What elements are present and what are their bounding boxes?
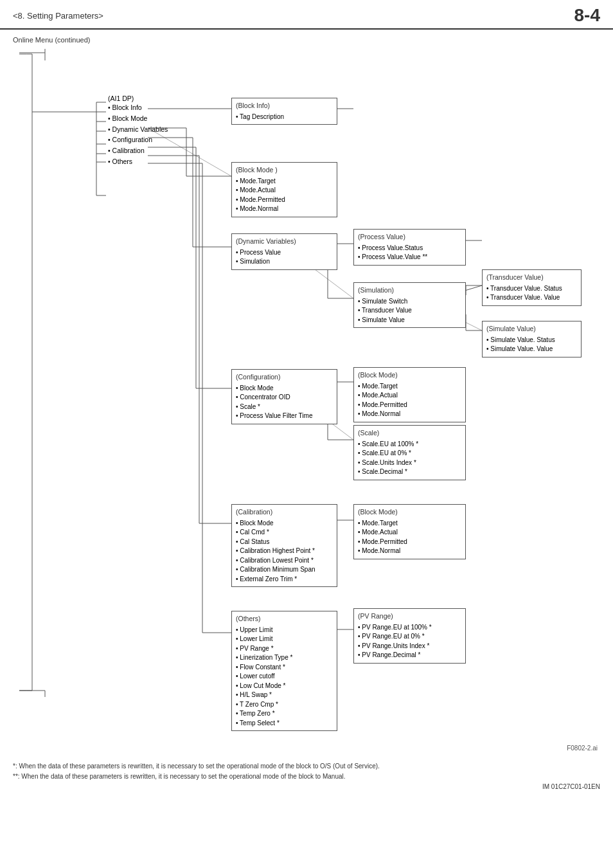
simulate-value-box: (Simulate Value) • Simulate Value. Statu…: [482, 321, 582, 357]
pv-range-title: (PV Range): [358, 611, 461, 622]
simulate-value-item-0: • Simulate Value. Status: [486, 336, 577, 345]
configuration-item-0: • Block Mode: [236, 384, 333, 393]
scale-item-1: • Scale.EU at 0% *: [358, 449, 461, 458]
footnote-1-marker: **:: [13, 773, 20, 780]
simulation-item-0: • Simulate Switch: [358, 297, 461, 307]
others-item-9: • Temp Zero *: [236, 709, 333, 719]
cal-block-mode-item-3: • Mode.Normal: [358, 547, 461, 556]
pv-range-item-3: • PV Range.Decimal *: [358, 651, 461, 660]
config-block-mode-item-3: • Mode.Normal: [358, 410, 461, 419]
others-item-8: • T Zero Cmp *: [236, 700, 333, 710]
calibration-title: (Calibration): [236, 507, 333, 518]
calibration-item-6: • External Zero Trim *: [236, 575, 333, 584]
process-value-item-1: • Process Value.Value **: [358, 253, 461, 262]
calibration-item-1: • Cal Cmd *: [236, 528, 333, 538]
configuration-box: (Configuration) • Block Mode • Concentra…: [231, 369, 337, 424]
process-value-title: (Process Value): [358, 232, 461, 242]
footnote-1: **: When the data of these parameters is…: [13, 772, 600, 782]
transducer-value-item-1: • Transducer Value. Value: [486, 293, 577, 303]
block-info-box: (Block Info) • Tag Description: [231, 98, 337, 125]
others-item-5: • Lower cutoff: [236, 672, 333, 682]
page-title: <8. Setting Parameters>: [13, 11, 103, 21]
block-mode-item-1: • Mode.Actual: [236, 186, 333, 195]
configuration-item-3: • Process Value Filter Time: [236, 411, 333, 421]
cal-block-mode-item-0: • Mode.Target: [358, 519, 461, 529]
pv-range-box: (PV Range) • PV Range.EU at 100% * • PV …: [353, 608, 466, 664]
pv-range-item-2: • PV Range.Units Index *: [358, 642, 461, 651]
calibration-item-2: • Cal Status: [236, 538, 333, 547]
calibration-item-5: • Calibration Minimum Span: [236, 565, 333, 575]
dynamic-variables-item-0: • Process Value: [236, 248, 333, 258]
doc-id: IM 01C27C01-01EN: [0, 783, 600, 790]
scale-item-3: • Scale.Decimal *: [358, 467, 461, 477]
configuration-item-2: • Scale *: [236, 402, 333, 412]
left-panel-item-dynamic-variables: • Dynamic Variables: [108, 124, 168, 135]
online-menu-label: Online Menu (continued): [13, 36, 613, 44]
config-block-mode-item-0: • Mode.Target: [358, 382, 461, 392]
left-panel-item-calibration: • Calibration: [108, 145, 168, 156]
configuration-title: (Configuration): [236, 372, 333, 383]
calibration-item-3: • Calibration Highest Point *: [236, 547, 333, 556]
others-item-3: • Linerization Type *: [236, 653, 333, 663]
page-number: 8-4: [574, 5, 600, 26]
process-value-item-0: • Process Value.Status: [358, 244, 461, 253]
others-title: (Others): [236, 614, 333, 624]
dynamic-variables-title: (Dynamic Variables): [236, 237, 333, 247]
pv-range-item-1: • PV Range.EU at 0% *: [358, 632, 461, 642]
others-item-2: • PV Range *: [236, 644, 333, 654]
transducer-value-box: (Transducer Value) • Transducer Value. S…: [482, 269, 582, 306]
cal-block-mode-item-1: • Mode.Actual: [358, 528, 461, 538]
block-mode-title: (Block Mode ): [236, 165, 333, 176]
process-value-box: (Process Value) • Process Value.Status •…: [353, 229, 466, 266]
simulate-value-title: (Simulate Value): [486, 324, 577, 334]
footnote-area: *: When the data of these parameters is …: [0, 761, 613, 782]
config-block-mode-title: (Block Mode): [358, 370, 461, 381]
footnote-0-marker: *:: [13, 763, 17, 770]
others-item-10: • Temp Select *: [236, 719, 333, 728]
dynamic-variables-item-1: • Simulation: [236, 257, 333, 267]
block-mode-box: (Block Mode ) • Mode.Target • Mode.Actua…: [231, 162, 337, 217]
configuration-item-1: • Concentrator OID: [236, 393, 333, 402]
calibration-item-0: • Block Mode: [236, 519, 333, 529]
dynamic-variables-box: (Dynamic Variables) • Process Value • Si…: [231, 233, 337, 270]
footnote-0: *: When the data of these parameters is …: [13, 761, 600, 772]
block-mode-item-0: • Mode.Target: [236, 177, 333, 186]
scale-box: (Scale) • Scale.EU at 100% * • Scale.EU …: [353, 425, 466, 480]
footnote-1-text: When the data of these parameters is rew…: [21, 773, 345, 780]
others-item-7: • H/L Swap *: [236, 691, 333, 700]
diagram-area: (AI1 DP) • Block Info • Block Mode • Dyn…: [13, 48, 604, 755]
others-item-0: • Upper Limit: [236, 626, 333, 635]
config-block-mode-box: (Block Mode) • Mode.Target • Mode.Actual…: [353, 367, 466, 422]
block-info-title: (Block Info): [236, 101, 333, 111]
block-info-item-0: • Tag Description: [236, 113, 333, 122]
block-mode-item-2: • Mode.Permitted: [236, 195, 333, 205]
simulation-title: (Simulation): [358, 285, 461, 296]
config-block-mode-item-1: • Mode.Actual: [358, 391, 461, 401]
calibration-item-4: • Calibration Lowest Point *: [236, 556, 333, 566]
calibration-box: (Calibration) • Block Mode • Cal Cmd * •…: [231, 504, 337, 587]
left-panel-items: • Block Info • Block Mode • Dynamic Vari…: [108, 102, 168, 167]
block-mode-item-3: • Mode.Normal: [236, 204, 333, 214]
others-box: (Others) • Upper Limit • Lower Limit • P…: [231, 611, 337, 731]
footnote-0-text: When the data of these parameters is rew…: [19, 763, 379, 770]
left-panel-item-others: • Others: [108, 156, 168, 167]
others-item-6: • Low Cut Mode *: [236, 682, 333, 691]
scale-item-2: • Scale.Units Index *: [358, 458, 461, 468]
cal-block-mode-box: (Block Mode) • Mode.Target • Mode.Actual…: [353, 504, 466, 559]
left-panel-item-configuration: • Configuration: [108, 134, 168, 145]
others-item-4: • Flow Constant *: [236, 663, 333, 673]
scale-title: (Scale): [358, 428, 461, 439]
page-header: <8. Setting Parameters> 8-4: [0, 0, 613, 30]
simulate-value-item-1: • Simulate Value. Value: [486, 345, 577, 354]
config-block-mode-item-2: • Mode.Permitted: [358, 401, 461, 410]
left-panel-item-block-info: • Block Info: [108, 102, 168, 113]
simulation-item-2: • Simulate Value: [358, 316, 461, 325]
simulation-box: (Simulation) • Simulate Switch • Transdu…: [353, 282, 466, 328]
simulation-item-1: • Transducer Value: [358, 306, 461, 316]
scale-item-0: • Scale.EU at 100% *: [358, 440, 461, 449]
others-item-1: • Lower Limit: [236, 635, 333, 644]
transducer-value-title: (Transducer Value): [486, 273, 577, 283]
fig-label: F0802-2.ai: [567, 745, 598, 752]
cal-block-mode-item-2: • Mode.Permitted: [358, 538, 461, 547]
pv-range-item-0: • PV Range.EU at 100% *: [358, 623, 461, 633]
